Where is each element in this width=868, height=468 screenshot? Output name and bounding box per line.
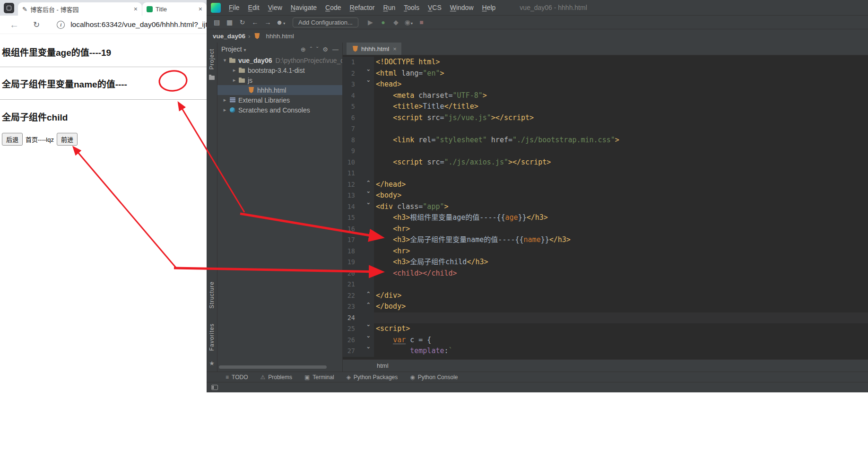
run-anything-user-icon[interactable]: ☻▾ — [274, 18, 287, 26]
add-configuration-button[interactable]: Add Configuration... — [293, 17, 358, 27]
project-panel-title[interactable]: Project ▾ — [221, 45, 246, 53]
todo-tab[interactable]: ≡TODO — [226, 374, 248, 381]
terminal-tab[interactable]: ▣Terminal — [304, 374, 334, 381]
tree-item-js[interactable]: ▸js — [217, 75, 342, 85]
open-project-icon[interactable]: ▤ — [210, 18, 223, 26]
project-tool-button[interactable]: Project — [208, 49, 215, 69]
code-line-12[interactable]: 12ˆ</head> — [343, 179, 868, 191]
code-line-14[interactable]: 14ˇ<div class="app"> — [343, 201, 868, 213]
forward-icon[interactable]: → — [261, 18, 274, 26]
fold-icon[interactable]: ˇ — [355, 79, 374, 90]
chevron-icon[interactable]: ▸ — [231, 67, 238, 73]
code-line-19[interactable]: 19 <h3>全局子组件child</h3> — [343, 257, 868, 268]
locate-icon[interactable]: ⊕ — [301, 46, 306, 53]
breadcrumb-project[interactable]: vue_day06 — [213, 33, 245, 40]
menu-tools[interactable]: Tools — [399, 4, 424, 11]
python-console-tab[interactable]: ◉Python Console — [410, 374, 458, 381]
chevron-icon[interactable]: ▸ — [221, 107, 228, 113]
editor-breadcrumb-html[interactable]: html — [377, 362, 389, 369]
tool-windows-toggle-icon[interactable] — [211, 385, 218, 390]
code-line-7[interactable]: 7 — [343, 123, 868, 135]
back-button[interactable]: 后退 — [2, 133, 23, 146]
fold-icon[interactable]: ˇ — [355, 335, 374, 346]
fold-icon[interactable]: ˇ — [355, 190, 374, 201]
fold-icon[interactable]: ˇ — [355, 346, 374, 357]
hide-panel-icon[interactable]: — — [332, 46, 339, 53]
menu-edit[interactable]: Edit — [244, 4, 264, 11]
expand-all-icon[interactable]: ˆ — [310, 46, 312, 53]
profiler-icon[interactable]: ◉▾ — [402, 18, 415, 26]
menu-run[interactable]: Run — [379, 4, 400, 11]
horizontal-scrollbar[interactable] — [219, 365, 327, 369]
code-line-3[interactable]: 3ˇ<head> — [343, 79, 868, 90]
menu-refactor[interactable]: Refactor — [346, 4, 379, 11]
structure-tool-button[interactable]: Structure — [208, 281, 215, 309]
tab-overview-icon[interactable] — [4, 3, 14, 13]
editor-tab-hhhh-html[interactable]: hhhh.html × — [347, 43, 401, 55]
back-icon[interactable]: ← — [249, 18, 261, 26]
star-icon[interactable]: ★ — [209, 360, 215, 367]
fold-icon[interactable]: ˆ — [355, 301, 374, 312]
code-line-4[interactable]: 4 <meta charset="UTF-8"> — [343, 90, 868, 102]
menu-view[interactable]: View — [264, 4, 286, 11]
menu-file[interactable]: File — [225, 4, 244, 11]
debug-icon[interactable]: ● — [377, 18, 390, 26]
forward-button[interactable]: 前进 — [57, 133, 78, 146]
tree-item-hhhh-html[interactable]: hhhh.html — [217, 85, 342, 95]
page-info-icon[interactable]: i — [57, 21, 65, 29]
code-editor[interactable]: 1<!DOCTYPE html>2ˇ<html lang="en">3ˇ<hea… — [343, 55, 868, 359]
code-line-10[interactable]: 10 <script src="./js/axios.js"></script> — [343, 157, 868, 168]
tab-close-icon[interactable]: × — [199, 5, 202, 13]
code-line-27[interactable]: 27ˇ template:` — [343, 346, 868, 357]
code-line-26[interactable]: 26ˇ var c = { — [343, 335, 868, 346]
fold-icon[interactable]: ˆ — [355, 290, 374, 302]
breadcrumb-file[interactable]: hhhh.html — [266, 33, 294, 40]
run-icon[interactable]: ▶ — [364, 18, 377, 26]
code-line-2[interactable]: 2ˇ<html lang="en"> — [343, 68, 868, 79]
fold-icon[interactable]: ˇ — [355, 201, 374, 213]
menu-code[interactable]: Code — [321, 4, 345, 11]
code-line-17[interactable]: 17 <h3>全局子组件里变量name的值----{{name}}</h3> — [343, 234, 868, 246]
code-line-18[interactable]: 18 <hr> — [343, 246, 868, 257]
problems-tab[interactable]: ⚠Problems — [260, 374, 292, 381]
menu-help[interactable]: Help — [478, 4, 500, 11]
fold-icon[interactable]: ˇ — [355, 68, 374, 79]
fold-icon[interactable]: ˆ — [355, 179, 374, 191]
address-url[interactable]: localhost:63342/vue_day06/hhhh.html?_ijt — [70, 20, 207, 29]
browser-reload-icon[interactable]: ↻ — [33, 20, 40, 30]
fold-icon[interactable]: ˇ — [355, 323, 374, 335]
synchronize-icon[interactable]: ↻ — [236, 18, 249, 26]
code-line-8[interactable]: 8 <link rel="stylesheet" href="./js/boot… — [343, 135, 868, 146]
menu-navigate[interactable]: Navigate — [286, 4, 321, 11]
tree-item-external-libraries[interactable]: ▸External Libraries — [217, 95, 342, 105]
code-line-23[interactable]: 23ˆ</body> — [343, 301, 868, 312]
code-line-13[interactable]: 13ˇ<body> — [343, 190, 868, 201]
browser-tab-2[interactable]: Title× — [142, 2, 207, 16]
chevron-icon[interactable]: ▸ — [231, 77, 238, 83]
chevron-icon[interactable]: ▾ — [221, 57, 228, 63]
code-line-11[interactable]: 11 — [343, 168, 868, 179]
menu-vcs[interactable]: VCS — [424, 4, 446, 11]
coverage-icon[interactable]: ◆ — [390, 18, 402, 26]
code-line-9[interactable]: 9 — [343, 146, 868, 157]
code-line-5[interactable]: 5 <title>Title</title> — [343, 101, 868, 113]
save-all-icon[interactable]: ▦ — [223, 18, 236, 26]
code-line-20[interactable]: 20 <child></child> — [343, 268, 868, 279]
browser-tab-1[interactable]: ✎博客后台 - 博客园× — [18, 2, 142, 16]
code-line-22[interactable]: 22ˆ</div> — [343, 290, 868, 302]
settings-icon[interactable]: ⚙ — [322, 46, 328, 53]
code-line-1[interactable]: 1<!DOCTYPE html> — [343, 57, 868, 68]
code-line-16[interactable]: 16 <hr> — [343, 224, 868, 235]
code-line-21[interactable]: 21 — [343, 279, 868, 290]
tree-item-scratches-and-consoles[interactable]: ▸Scratches and Consoles — [217, 105, 342, 115]
favorites-tool-button[interactable]: Favorites — [208, 323, 215, 351]
chevron-icon[interactable]: ▸ — [221, 97, 228, 103]
folder-icon[interactable] — [209, 76, 215, 80]
code-line-24[interactable]: 24 — [343, 312, 868, 324]
code-line-15[interactable]: 15 <h3>根组件里变量age的值----{{age}}</h3> — [343, 212, 868, 224]
browser-back-icon[interactable]: ← — [9, 19, 19, 30]
tree-item-vue-day06[interactable]: ▾vue_day06D:\pythonProject\vue_d — [217, 55, 342, 65]
python-packages-tab[interactable]: ◈Python Packages — [347, 374, 398, 381]
close-tab-icon[interactable]: × — [393, 45, 397, 52]
tab-close-icon[interactable]: × — [134, 5, 138, 13]
